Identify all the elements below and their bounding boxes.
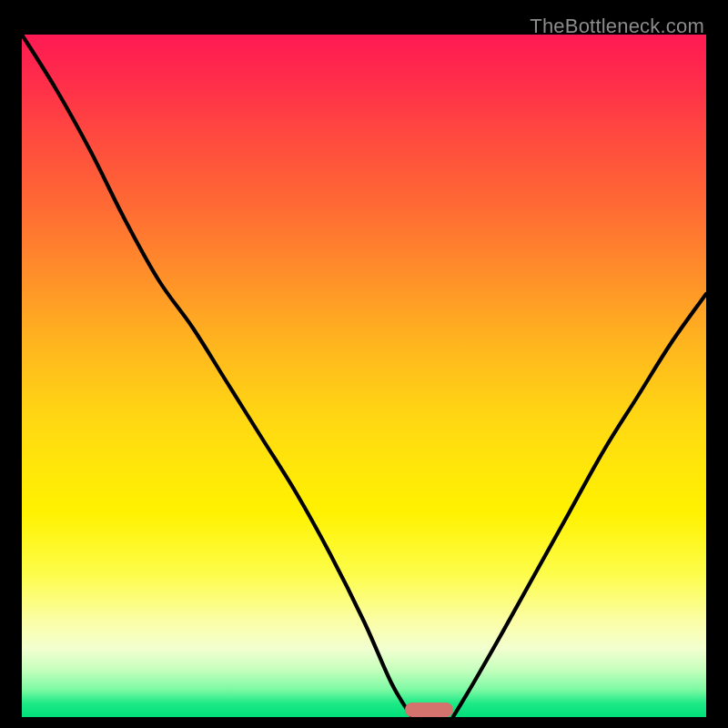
bottleneck-curve bbox=[22, 35, 706, 717]
plot-area bbox=[22, 35, 706, 717]
watermark-text: TheBottleneck.com bbox=[530, 15, 704, 38]
optimal-marker bbox=[405, 703, 453, 717]
curve-right-branch bbox=[453, 294, 706, 717]
chart-frame: TheBottleneck.com bbox=[11, 11, 717, 717]
curve-left-branch bbox=[22, 35, 412, 717]
